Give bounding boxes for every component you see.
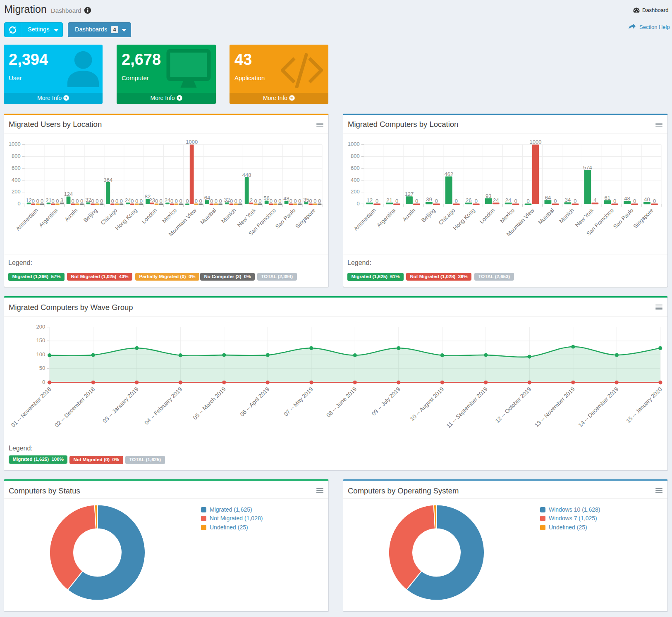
- svg-text:Austin: Austin: [63, 207, 79, 222]
- svg-text:Chicago: Chicago: [438, 207, 457, 226]
- svg-text:0: 0: [72, 198, 74, 204]
- svg-text:600: 600: [12, 165, 21, 171]
- svg-text:100: 100: [36, 351, 45, 357]
- svg-text:1000: 1000: [348, 141, 360, 147]
- svg-text:21: 21: [386, 197, 392, 203]
- svg-text:Hong Kong: Hong Kong: [452, 207, 476, 231]
- svg-text:12 -- October 2019: 12 -- October 2019: [494, 386, 533, 424]
- svg-text:24: 24: [493, 197, 499, 203]
- svg-text:05 -- March 2019: 05 -- March 2019: [192, 386, 227, 421]
- svg-text:56: 56: [263, 195, 269, 201]
- svg-text:0: 0: [230, 198, 233, 204]
- svg-text:Singapore: Singapore: [294, 207, 316, 229]
- svg-text:London: London: [141, 207, 158, 224]
- svg-text:32: 32: [85, 197, 91, 203]
- svg-text:0: 0: [80, 198, 83, 204]
- svg-text:0: 0: [375, 198, 378, 204]
- svg-text:Mexico: Mexico: [161, 207, 178, 224]
- svg-text:0: 0: [41, 198, 43, 204]
- svg-text:0: 0: [395, 198, 398, 204]
- svg-text:0: 0: [219, 198, 222, 204]
- svg-text:0: 0: [239, 198, 242, 204]
- svg-text:2: 2: [250, 197, 253, 203]
- svg-text:New York: New York: [236, 207, 257, 228]
- svg-text:600: 600: [351, 165, 360, 171]
- svg-text:1000: 1000: [530, 139, 542, 145]
- svg-text:0: 0: [435, 198, 438, 204]
- svg-text:0: 0: [254, 198, 257, 204]
- svg-text:0: 0: [278, 198, 281, 204]
- svg-text:0: 0: [17, 200, 20, 207]
- svg-text:23: 23: [149, 197, 155, 203]
- svg-text:0: 0: [475, 198, 478, 204]
- svg-text:0: 0: [111, 198, 114, 204]
- svg-text:0: 0: [653, 198, 656, 204]
- svg-text:0: 0: [96, 198, 98, 204]
- svg-text:Argentina: Argentina: [38, 207, 59, 229]
- svg-text:124: 124: [64, 191, 73, 197]
- svg-text:1000: 1000: [9, 141, 21, 147]
- svg-text:0: 0: [56, 198, 59, 204]
- svg-text:04 -- February 2019: 04 -- February 2019: [143, 386, 184, 426]
- svg-text:0: 0: [195, 198, 198, 204]
- svg-text:1000: 1000: [186, 139, 198, 145]
- svg-text:364: 364: [103, 177, 112, 183]
- svg-text:0: 0: [514, 198, 517, 204]
- svg-text:London: London: [478, 207, 496, 224]
- svg-text:0: 0: [234, 198, 237, 204]
- svg-text:11 -- September 2019: 11 -- September 2019: [445, 386, 489, 429]
- svg-text:01 -- November 2018: 01 -- November 2018: [10, 386, 53, 429]
- svg-text:26: 26: [466, 197, 471, 203]
- svg-text:0: 0: [91, 198, 94, 204]
- svg-text:150: 150: [36, 337, 45, 343]
- svg-text:0: 0: [160, 198, 163, 204]
- svg-text:200: 200: [12, 188, 21, 195]
- svg-text:34: 34: [565, 197, 571, 203]
- svg-text:0: 0: [526, 198, 529, 204]
- svg-text:0: 0: [415, 198, 418, 204]
- svg-text:24: 24: [125, 197, 131, 203]
- svg-text:0: 0: [100, 198, 103, 204]
- svg-text:24: 24: [165, 197, 170, 203]
- svg-text:0: 0: [120, 198, 123, 204]
- svg-text:Amsterdam: Amsterdam: [352, 207, 377, 231]
- svg-text:4: 4: [593, 197, 596, 203]
- svg-text:02 -- December 2018: 02 -- December 2018: [54, 386, 96, 429]
- svg-text:0: 0: [42, 379, 45, 385]
- svg-text:0: 0: [32, 198, 35, 204]
- svg-text:0: 0: [175, 198, 178, 204]
- svg-text:Beijing: Beijing: [420, 207, 436, 223]
- svg-text:0: 0: [131, 198, 134, 204]
- svg-text:15 -- January 2020: 15 -- January 2020: [625, 386, 663, 424]
- svg-text:48: 48: [283, 195, 289, 202]
- svg-text:400: 400: [12, 177, 21, 183]
- svg-text:14 -- December 2019: 14 -- December 2019: [577, 386, 620, 429]
- svg-text:400: 400: [351, 177, 360, 183]
- svg-text:12: 12: [26, 197, 31, 203]
- svg-text:0: 0: [115, 198, 118, 204]
- svg-text:Munich: Munich: [220, 207, 237, 224]
- svg-text:Hong Kong: Hong Kong: [114, 207, 138, 231]
- svg-text:0: 0: [633, 198, 636, 204]
- svg-text:0: 0: [270, 198, 273, 204]
- svg-text:12: 12: [366, 197, 372, 203]
- svg-text:0: 0: [298, 198, 301, 204]
- svg-text:Chicago: Chicago: [100, 207, 119, 226]
- svg-text:61: 61: [604, 195, 610, 201]
- svg-text:Munich: Munich: [558, 207, 575, 224]
- svg-text:39: 39: [426, 196, 432, 202]
- svg-text:21: 21: [45, 197, 51, 203]
- svg-text:40: 40: [644, 196, 650, 202]
- svg-text:0: 0: [313, 198, 316, 204]
- svg-text:0: 0: [52, 198, 55, 204]
- svg-text:32: 32: [224, 197, 230, 203]
- svg-text:448: 448: [242, 172, 251, 178]
- svg-text:09 -- July 2019: 09 -- July 2019: [371, 386, 402, 417]
- svg-text:0: 0: [294, 198, 297, 204]
- svg-text:10 -- August 2019: 10 -- August 2019: [409, 386, 445, 422]
- svg-text:Argentina: Argentina: [375, 207, 397, 229]
- svg-text:Mexico: Mexico: [499, 207, 516, 224]
- svg-text:Sao Paulo: Sao Paulo: [612, 207, 635, 230]
- svg-text:0: 0: [309, 198, 312, 204]
- svg-text:35: 35: [303, 197, 309, 203]
